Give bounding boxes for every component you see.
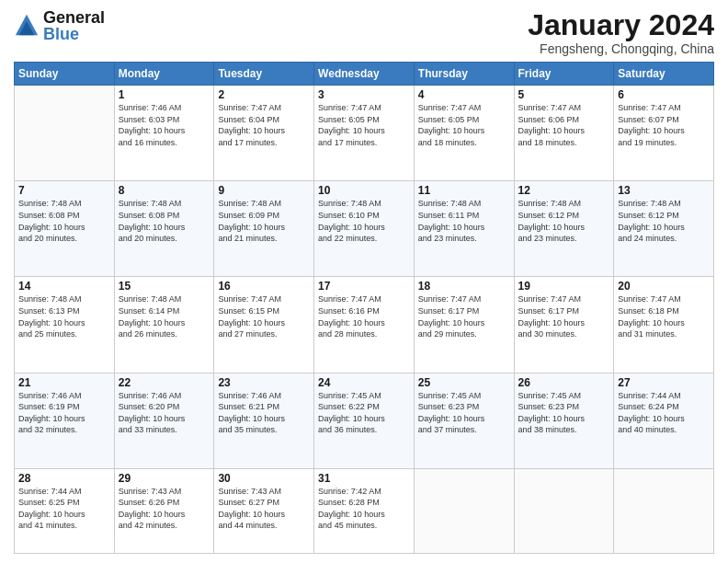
calendar-cell: 17Sunrise: 7:47 AM Sunset: 6:16 PM Dayli…: [314, 277, 415, 373]
calendar-cell: 26Sunrise: 7:45 AM Sunset: 6:23 PM Dayli…: [514, 373, 614, 468]
day-number: 18: [418, 280, 510, 293]
day-info: Sunrise: 7:48 AM Sunset: 6:11 PM Dayligh…: [418, 198, 510, 244]
day-info: Sunrise: 7:45 AM Sunset: 6:23 PM Dayligh…: [418, 390, 510, 436]
calendar-cell: 18Sunrise: 7:47 AM Sunset: 6:17 PM Dayli…: [414, 277, 514, 373]
day-info: Sunrise: 7:46 AM Sunset: 6:21 PM Dayligh…: [218, 390, 310, 436]
calendar-cell: [614, 468, 714, 553]
day-header-saturday: Saturday: [614, 63, 714, 86]
day-info: Sunrise: 7:47 AM Sunset: 6:15 PM Dayligh…: [218, 293, 310, 339]
day-info: Sunrise: 7:47 AM Sunset: 6:05 PM Dayligh…: [418, 102, 510, 148]
day-info: Sunrise: 7:43 AM Sunset: 6:26 PM Dayligh…: [119, 486, 210, 532]
day-number: 19: [518, 280, 610, 293]
calendar-cell: [514, 468, 614, 553]
day-header-wednesday: Wednesday: [314, 63, 415, 86]
day-number: 8: [119, 184, 210, 197]
location-subtitle: Fengsheng, Chongqing, China: [528, 41, 714, 56]
week-row-1: 1Sunrise: 7:46 AM Sunset: 6:03 PM Daylig…: [15, 86, 714, 181]
day-info: Sunrise: 7:48 AM Sunset: 6:10 PM Dayligh…: [318, 198, 410, 244]
day-info: Sunrise: 7:48 AM Sunset: 6:12 PM Dayligh…: [518, 198, 610, 244]
day-info: Sunrise: 7:44 AM Sunset: 6:24 PM Dayligh…: [618, 390, 710, 436]
page: General Blue January 2024 Fengsheng, Cho…: [0, 0, 728, 563]
day-number: 13: [618, 184, 710, 197]
week-row-5: 28Sunrise: 7:44 AM Sunset: 6:25 PM Dayli…: [15, 468, 714, 553]
day-header-sunday: Sunday: [15, 63, 115, 86]
day-info: Sunrise: 7:43 AM Sunset: 6:27 PM Dayligh…: [218, 486, 310, 532]
day-info: Sunrise: 7:48 AM Sunset: 6:08 PM Dayligh…: [119, 198, 210, 244]
day-info: Sunrise: 7:47 AM Sunset: 6:17 PM Dayligh…: [518, 293, 610, 339]
day-number: 17: [318, 280, 410, 293]
calendar-cell: [15, 86, 115, 181]
calendar-cell: 19Sunrise: 7:47 AM Sunset: 6:17 PM Dayli…: [514, 277, 614, 373]
day-number: 21: [18, 376, 110, 389]
calendar-cell: 8Sunrise: 7:48 AM Sunset: 6:08 PM Daylig…: [114, 181, 214, 277]
calendar-header: SundayMondayTuesdayWednesdayThursdayFrid…: [15, 63, 714, 86]
month-year-title: January 2024: [528, 9, 714, 41]
calendar-cell: 29Sunrise: 7:43 AM Sunset: 6:26 PM Dayli…: [114, 468, 214, 553]
calendar-cell: 5Sunrise: 7:47 AM Sunset: 6:06 PM Daylig…: [514, 86, 614, 181]
calendar-cell: 27Sunrise: 7:44 AM Sunset: 6:24 PM Dayli…: [614, 373, 714, 468]
day-number: 5: [518, 88, 610, 101]
day-header-row: SundayMondayTuesdayWednesdayThursdayFrid…: [15, 63, 714, 86]
calendar-cell: 25Sunrise: 7:45 AM Sunset: 6:23 PM Dayli…: [414, 373, 514, 468]
day-number: 10: [318, 184, 410, 197]
day-info: Sunrise: 7:47 AM Sunset: 6:16 PM Dayligh…: [318, 293, 410, 339]
day-number: 26: [518, 376, 610, 389]
day-number: 16: [218, 280, 310, 293]
day-info: Sunrise: 7:46 AM Sunset: 6:03 PM Dayligh…: [119, 102, 210, 148]
day-info: Sunrise: 7:44 AM Sunset: 6:25 PM Dayligh…: [18, 486, 110, 532]
day-info: Sunrise: 7:46 AM Sunset: 6:20 PM Dayligh…: [119, 390, 210, 436]
day-info: Sunrise: 7:48 AM Sunset: 6:14 PM Dayligh…: [119, 293, 210, 339]
calendar-cell: 21Sunrise: 7:46 AM Sunset: 6:19 PM Dayli…: [15, 373, 115, 468]
logo-text: General Blue: [43, 9, 105, 42]
day-info: Sunrise: 7:42 AM Sunset: 6:28 PM Dayligh…: [318, 486, 410, 532]
day-number: 12: [518, 184, 610, 197]
day-number: 23: [218, 376, 310, 389]
calendar-cell: 24Sunrise: 7:45 AM Sunset: 6:22 PM Dayli…: [314, 373, 415, 468]
day-header-tuesday: Tuesday: [214, 63, 314, 86]
day-info: Sunrise: 7:48 AM Sunset: 6:09 PM Dayligh…: [218, 198, 310, 244]
day-info: Sunrise: 7:45 AM Sunset: 6:22 PM Dayligh…: [318, 390, 410, 436]
day-info: Sunrise: 7:48 AM Sunset: 6:13 PM Dayligh…: [18, 293, 110, 339]
day-info: Sunrise: 7:45 AM Sunset: 6:23 PM Dayligh…: [518, 390, 610, 436]
calendar-cell: 3Sunrise: 7:47 AM Sunset: 6:05 PM Daylig…: [314, 86, 415, 181]
day-number: 31: [318, 472, 410, 485]
calendar-cell: 15Sunrise: 7:48 AM Sunset: 6:14 PM Dayli…: [114, 277, 214, 373]
day-number: 7: [18, 184, 110, 197]
day-info: Sunrise: 7:48 AM Sunset: 6:12 PM Dayligh…: [618, 198, 710, 244]
day-info: Sunrise: 7:47 AM Sunset: 6:17 PM Dayligh…: [418, 293, 510, 339]
calendar-cell: 1Sunrise: 7:46 AM Sunset: 6:03 PM Daylig…: [114, 86, 214, 181]
calendar-cell: 11Sunrise: 7:48 AM Sunset: 6:11 PM Dayli…: [414, 181, 514, 277]
calendar-cell: 2Sunrise: 7:47 AM Sunset: 6:04 PM Daylig…: [214, 86, 314, 181]
calendar-cell: 28Sunrise: 7:44 AM Sunset: 6:25 PM Dayli…: [15, 468, 115, 553]
day-number: 14: [18, 280, 110, 293]
week-row-4: 21Sunrise: 7:46 AM Sunset: 6:19 PM Dayli…: [15, 373, 714, 468]
day-info: Sunrise: 7:46 AM Sunset: 6:19 PM Dayligh…: [18, 390, 110, 436]
calendar-cell: 7Sunrise: 7:48 AM Sunset: 6:08 PM Daylig…: [15, 181, 115, 277]
calendar-cell: 31Sunrise: 7:42 AM Sunset: 6:28 PM Dayli…: [314, 468, 415, 553]
day-number: 6: [618, 88, 710, 101]
day-number: 15: [119, 280, 210, 293]
day-number: 20: [618, 280, 710, 293]
day-number: 27: [618, 376, 710, 389]
calendar-cell: 13Sunrise: 7:48 AM Sunset: 6:12 PM Dayli…: [614, 181, 714, 277]
day-number: 29: [119, 472, 210, 485]
day-info: Sunrise: 7:47 AM Sunset: 6:04 PM Dayligh…: [218, 102, 310, 148]
calendar-cell: 10Sunrise: 7:48 AM Sunset: 6:10 PM Dayli…: [314, 181, 415, 277]
calendar-cell: 9Sunrise: 7:48 AM Sunset: 6:09 PM Daylig…: [214, 181, 314, 277]
calendar-cell: 30Sunrise: 7:43 AM Sunset: 6:27 PM Dayli…: [214, 468, 314, 553]
day-number: 22: [119, 376, 210, 389]
day-info: Sunrise: 7:47 AM Sunset: 6:05 PM Dayligh…: [318, 102, 410, 148]
calendar-cell: 23Sunrise: 7:46 AM Sunset: 6:21 PM Dayli…: [214, 373, 314, 468]
calendar-cell: 14Sunrise: 7:48 AM Sunset: 6:13 PM Dayli…: [15, 277, 115, 373]
day-info: Sunrise: 7:47 AM Sunset: 6:18 PM Dayligh…: [618, 293, 710, 339]
calendar-cell: [414, 468, 514, 553]
calendar-cell: 16Sunrise: 7:47 AM Sunset: 6:15 PM Dayli…: [214, 277, 314, 373]
calendar-cell: 12Sunrise: 7:48 AM Sunset: 6:12 PM Dayli…: [514, 181, 614, 277]
calendar-cell: 6Sunrise: 7:47 AM Sunset: 6:07 PM Daylig…: [614, 86, 714, 181]
day-number: 1: [119, 88, 210, 101]
day-number: 3: [318, 88, 410, 101]
header: General Blue January 2024 Fengsheng, Cho…: [14, 9, 714, 56]
day-info: Sunrise: 7:48 AM Sunset: 6:08 PM Dayligh…: [18, 198, 110, 244]
calendar-body: 1Sunrise: 7:46 AM Sunset: 6:03 PM Daylig…: [15, 86, 714, 554]
day-header-monday: Monday: [114, 63, 214, 86]
